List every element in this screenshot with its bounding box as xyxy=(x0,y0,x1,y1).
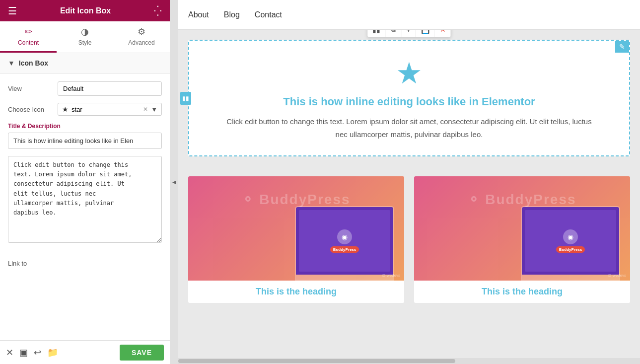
panel-footer: ✕ ▣ ↩ 📁 SAVE xyxy=(0,340,170,364)
card-1-wedevs: @ wedevs xyxy=(382,273,400,278)
nav-blog[interactable]: Blog xyxy=(224,6,240,23)
widget-heading[interactable]: This is how inline editing looks like in… xyxy=(199,95,619,108)
cards-row: ⚬ BuddyPress ◉ BuddyPress @ wed xyxy=(188,176,630,303)
right-panel: About Blog Contact ▮▮ ⧉ + 💾 ✕ ▮▮ ✎ ★ Thi… xyxy=(178,0,640,364)
card-2: ⚬ BuddyPress ◉ BuddyPress @ wed xyxy=(414,176,630,303)
toolbar-copy-icon[interactable]: ⧉ xyxy=(386,30,401,37)
card-2-laptop-base xyxy=(522,275,619,280)
folder-icon[interactable]: 📁 xyxy=(47,347,58,358)
tab-style[interactable]: ◑ Style xyxy=(57,21,113,53)
view-field-row: View Default xyxy=(8,81,162,96)
widget-star-icon: ★ xyxy=(199,56,619,90)
icon-box-widget: ▮▮ ✎ ★ This is how inline editing looks … xyxy=(188,40,630,156)
card-1-badge: BuddyPress xyxy=(330,246,359,253)
content-tab-icon: ✏ xyxy=(25,26,32,37)
widget-edit-corner[interactable]: ✎ xyxy=(615,41,629,53)
section-title: Icon Box xyxy=(19,59,48,67)
card-2-badge: BuddyPress xyxy=(556,246,585,253)
card-1-laptop: ◉ BuddyPress xyxy=(295,206,394,281)
tab-content[interactable]: ✏ Content xyxy=(0,21,57,53)
scrollbar-thumb[interactable] xyxy=(178,359,455,363)
collapse-arrow-icon: ◀ xyxy=(172,179,176,185)
card-2-screen-inner: ◉ BuddyPress xyxy=(525,210,616,272)
tab-style-label: Style xyxy=(78,39,92,46)
title-desc-label: Title & Description xyxy=(8,123,162,130)
desc-section: Click edit button to change this text. L… xyxy=(8,156,162,245)
card-2-laptop: ◉ BuddyPress xyxy=(521,206,620,281)
view-control: Default xyxy=(58,81,162,96)
section-arrow-icon: ▼ xyxy=(8,59,15,67)
view-select[interactable]: Default xyxy=(58,81,162,96)
left-panel: ☰ Edit Icon Box ⁛ ✏ Content ◑ Style ⚙ Ad… xyxy=(0,0,170,364)
tab-content-label: Content xyxy=(18,39,39,46)
desktop-icon[interactable]: ▣ xyxy=(19,347,28,358)
canvas: ▮▮ ⧉ + 💾 ✕ ▮▮ ✎ ★ This is how inline edi… xyxy=(178,30,640,358)
toolbar-close-icon[interactable]: ✕ xyxy=(435,30,451,37)
panel-tabs: ✏ Content ◑ Style ⚙ Advanced xyxy=(0,21,170,53)
form-body: View Default Choose Icon ★ star ✕ ▼ xyxy=(0,73,170,260)
link-section: Link to xyxy=(0,260,170,276)
grid-icon[interactable]: ⁛ xyxy=(154,5,162,17)
view-label: View xyxy=(8,85,58,92)
icon-select-wrapper[interactable]: ★ star ✕ ▼ xyxy=(58,103,162,116)
icon-name-label: star xyxy=(71,106,140,113)
clear-icon-button[interactable]: ✕ xyxy=(143,106,148,113)
star-icon: ★ xyxy=(62,105,69,113)
card-1-image: ⚬ BuddyPress ◉ BuddyPress @ wed xyxy=(188,176,404,281)
nav-contact[interactable]: Contact xyxy=(255,6,282,23)
card-2-image: ⚬ BuddyPress ◉ BuddyPress @ wed xyxy=(414,176,630,281)
close-icon[interactable]: ✕ xyxy=(6,347,13,358)
panel-title: Edit Icon Box xyxy=(60,6,111,15)
tab-advanced-label: Advanced xyxy=(128,39,154,46)
panel-body: ▼ Icon Box View Default Choose Icon ★ xyxy=(0,53,170,340)
choose-icon-label: Choose Icon xyxy=(8,106,58,113)
choose-icon-field-row: Choose Icon ★ star ✕ ▼ xyxy=(8,103,162,116)
card-2-screen: ◉ BuddyPress xyxy=(522,207,619,275)
panel-header: ☰ Edit Icon Box ⁛ xyxy=(0,0,170,21)
nav-bar: About Blog Contact xyxy=(178,0,640,30)
choose-icon-control: ★ star ✕ ▼ xyxy=(58,103,162,116)
column-handle-icon[interactable]: ▮▮ xyxy=(180,92,191,105)
save-button[interactable]: SAVE xyxy=(120,345,164,361)
card-1-screen: ◉ BuddyPress xyxy=(296,207,393,275)
tab-advanced[interactable]: ⚙ Advanced xyxy=(113,21,170,53)
card-2-heading: This is the heading xyxy=(414,281,630,303)
horizontal-scrollbar[interactable] xyxy=(178,358,640,364)
nav-about[interactable]: About xyxy=(188,6,209,23)
advanced-tab-icon: ⚙ xyxy=(138,26,145,37)
hamburger-icon[interactable]: ☰ xyxy=(8,5,17,17)
title-desc-section: Title & Description xyxy=(8,123,162,149)
description-textarea[interactable]: Click edit button to change this text. L… xyxy=(8,156,162,243)
collapse-handle[interactable]: ◀ xyxy=(170,0,178,364)
card-1-watermark: ⚬ BuddyPress xyxy=(242,191,350,208)
widget-container: ▮▮ ⧉ + 💾 ✕ ▮▮ ✎ ★ This is how inline edi… xyxy=(188,40,630,156)
card-2-watermark: ⚬ BuddyPress xyxy=(468,191,576,208)
card-2-wedevs: @ wedevs xyxy=(608,273,626,278)
link-label: Link to xyxy=(8,260,162,267)
toolbar-save-icon[interactable]: 💾 xyxy=(416,30,435,37)
card-1: ⚬ BuddyPress ◉ BuddyPress @ wed xyxy=(188,176,404,303)
card-1-heading: This is the heading xyxy=(188,281,404,303)
title-input[interactable] xyxy=(8,133,162,149)
card-1-screen-inner: ◉ BuddyPress xyxy=(299,210,390,272)
toolbar-add-icon[interactable]: + xyxy=(401,30,416,37)
undo-icon[interactable]: ↩ xyxy=(34,347,41,358)
style-tab-icon: ◑ xyxy=(81,26,89,37)
chevron-down-icon[interactable]: ▼ xyxy=(151,106,157,113)
toolbar-columns-icon[interactable]: ▮▮ xyxy=(367,30,386,37)
widget-description[interactable]: Click edit button to change this text. L… xyxy=(223,115,595,141)
widget-toolbar: ▮▮ ⧉ + 💾 ✕ xyxy=(367,30,451,37)
icon-box-section-header[interactable]: ▼ Icon Box xyxy=(0,53,170,73)
card-1-laptop-base xyxy=(296,275,393,280)
